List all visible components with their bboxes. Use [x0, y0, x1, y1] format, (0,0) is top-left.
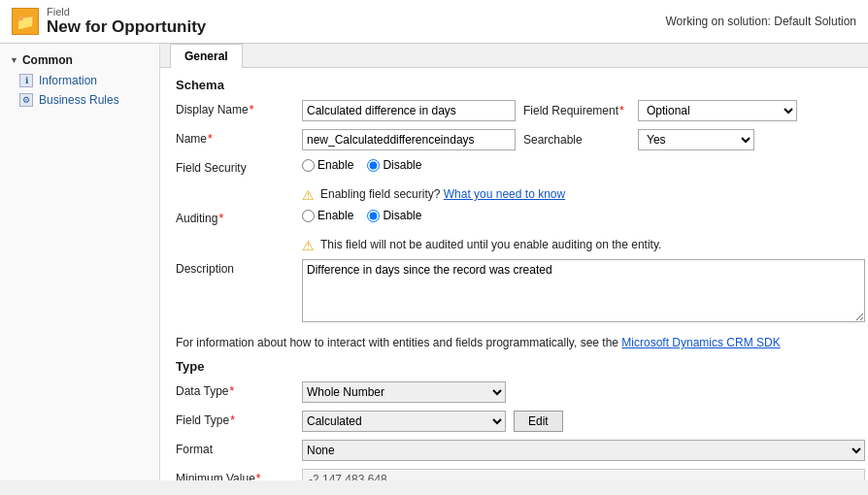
format-select[interactable]: None Duration Time Zone Language [302, 440, 865, 461]
field-security-row: Field Security Enable Disable [176, 158, 852, 182]
auditing-enable-option[interactable]: Enable [302, 209, 353, 222]
business-rules-icon: ⚙ [19, 93, 33, 107]
description-textarea[interactable]: Difference in days since the record was … [302, 259, 865, 322]
sdk-row: For information about how to interact wi… [176, 328, 852, 355]
field-security-enable-label: Enable [317, 158, 353, 172]
tabs-bar: General [160, 44, 868, 68]
tab-general[interactable]: General [170, 44, 243, 68]
format-field: None Duration Time Zone Language [302, 440, 865, 461]
field-type-row: Field Type* Calculated Simple Rollup Edi… [176, 411, 852, 434]
name-required: * [208, 132, 213, 146]
searchable-group: Searchable Yes No [523, 129, 852, 150]
field-security-disable-option[interactable]: Disable [367, 158, 421, 172]
field-security-radio-group: Enable Disable [302, 158, 421, 172]
data-type-field: Whole Number Single Line of Text Decimal… [302, 381, 852, 403]
field-security-field: Enable Disable [302, 158, 852, 172]
field-security-warning-text: Enabling field security? What you need t… [320, 187, 565, 201]
auditing-enable-radio[interactable] [302, 210, 315, 222]
warning-icon-auditing: ⚠ [302, 238, 315, 253]
searchable-label-text: Searchable [523, 133, 630, 147]
field-security-enable-radio[interactable] [302, 159, 315, 172]
sidebar-section-label: Common [22, 53, 73, 67]
auditing-warning-row: ⚠ This field will not be audited until y… [176, 238, 852, 253]
field-requirement-select[interactable]: Optional Business Required Business Reco… [638, 100, 797, 121]
auditing-field: Enable Disable [302, 209, 852, 222]
sidebar-item-business-rules-label: Business Rules [39, 93, 119, 107]
min-value-label: Minimum Value* [176, 469, 302, 480]
auditing-required: * [218, 212, 223, 225]
field-security-enable-option[interactable]: Enable [302, 158, 353, 172]
folder-icon: 📁 [12, 8, 39, 35]
display-name-required: * [250, 103, 254, 116]
display-name-label: Display Name* [176, 100, 302, 116]
sidebar-item-business-rules[interactable]: ⚙ Business Rules [0, 90, 159, 110]
sidebar-section-common[interactable]: ▼ Common [0, 50, 159, 71]
description-field: Difference in days since the record was … [302, 259, 865, 322]
header-title-block: Field New for Opportunity [47, 6, 206, 37]
field-security-label: Field Security [176, 158, 302, 175]
field-type-select[interactable]: Calculated Simple Rollup [302, 411, 506, 432]
warning-icon-security: ⚠ [302, 187, 315, 203]
main-layout: ▼ Common ℹ Information ⚙ Business Rules … [0, 44, 868, 480]
name-label: Name* [176, 129, 302, 146]
min-value-field: -2,147,483,648 [302, 469, 865, 480]
header: 📁 Field New for Opportunity Working on s… [0, 0, 868, 44]
form-body: Schema Display Name* Field Requirement* … [160, 68, 868, 480]
auditing-row: Auditing* Enable Disable [176, 209, 852, 232]
auditing-label: Auditing* [176, 209, 302, 225]
display-name-row: Display Name* Field Requirement* Optiona… [176, 100, 852, 123]
display-name-input[interactable] [302, 100, 516, 121]
searchable-select[interactable]: Yes No [638, 129, 754, 150]
sdk-link[interactable]: Microsoft Dynamics CRM SDK [621, 336, 780, 349]
format-row: Format None Duration Time Zone Language [176, 440, 852, 463]
min-value-row: Minimum Value* -2,147,483,648 [176, 469, 852, 480]
field-security-disable-radio[interactable] [367, 159, 380, 172]
auditing-disable-radio[interactable] [367, 210, 380, 222]
header-main-title: New for Opportunity [47, 17, 206, 37]
name-field-group: Searchable Yes No [302, 129, 852, 150]
sidebar-item-information[interactable]: ℹ Information [0, 71, 159, 90]
field-type-label: Field Type* [176, 411, 302, 427]
header-pre-title: Field [47, 6, 206, 17]
sidebar: ▼ Common ℹ Information ⚙ Business Rules [0, 44, 160, 480]
data-type-row: Data Type* Whole Number Single Line of T… [176, 381, 852, 405]
data-type-select[interactable]: Whole Number Single Line of Text Decimal… [302, 381, 506, 403]
field-requirement-label: Field Requirement* [523, 104, 630, 117]
description-label: Description [176, 259, 302, 276]
schema-section-title: Schema [176, 78, 852, 92]
description-row: Description Difference in days since the… [176, 259, 852, 322]
header-left: 📁 Field New for Opportunity [12, 6, 206, 37]
format-label: Format [176, 440, 302, 456]
field-security-link[interactable]: What you need to know [444, 187, 565, 201]
name-input[interactable] [302, 129, 516, 150]
content-area: General Schema Display Name* Field Requi… [160, 44, 868, 480]
field-security-warning-row: ⚠ Enabling field security? What you need… [176, 187, 852, 203]
display-name-field-group: Field Requirement* Optional Business Req… [302, 100, 852, 121]
auditing-disable-option[interactable]: Disable [367, 209, 421, 222]
field-type-field: Calculated Simple Rollup Edit [302, 411, 852, 432]
information-icon: ℹ [19, 74, 33, 87]
triangle-icon: ▼ [10, 55, 18, 65]
data-type-label: Data Type* [176, 381, 302, 398]
type-section-title: Type [176, 359, 852, 374]
name-row: Name* Searchable Yes No [176, 129, 852, 152]
auditing-warning-text: This field will not be audited until you… [320, 238, 661, 251]
auditing-disable-label: Disable [383, 209, 421, 222]
min-value-display: -2,147,483,648 [302, 469, 865, 480]
field-requirement-group: Field Requirement* Optional Business Req… [523, 100, 852, 121]
sidebar-item-information-label: Information [39, 74, 97, 87]
auditing-enable-label: Enable [317, 209, 353, 222]
auditing-radio-group: Enable Disable [302, 209, 421, 222]
edit-button[interactable]: Edit [514, 411, 563, 432]
field-security-disable-label: Disable [383, 158, 421, 172]
working-on-solution: Working on solution: Default Solution [665, 15, 856, 28]
